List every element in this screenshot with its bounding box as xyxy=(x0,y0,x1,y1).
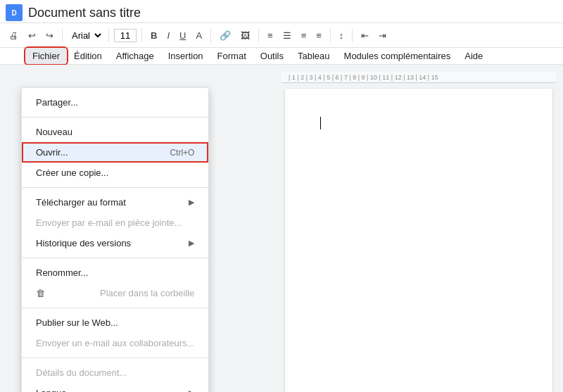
font-family-select[interactable]: Arial xyxy=(68,28,103,43)
dd-sep-4 xyxy=(22,308,208,308)
line-spacing-btn[interactable]: ↕ xyxy=(336,28,348,43)
toolbar-sep-5 xyxy=(258,28,259,42)
dd-sep-5 xyxy=(22,358,208,358)
font-color-btn[interactable]: A xyxy=(192,28,205,43)
print-toolbar-btn[interactable]: 🖨 xyxy=(6,28,22,43)
dd-historique-label: Historique des versions xyxy=(36,238,131,248)
menu-bar-row: Fichier Édition Affichage Insertion Form… xyxy=(0,48,563,65)
dd-langue-arrow: ▶ xyxy=(189,388,194,392)
doc-title[interactable]: Document sans titre xyxy=(28,6,141,20)
dd-ouvrir-shortcut: Ctrl+O xyxy=(170,148,194,158)
align-center-btn[interactable]: ☰ xyxy=(279,28,295,43)
toolbar-sep-1 xyxy=(62,28,63,42)
dd-telecharger-label: Télécharger au format xyxy=(36,197,126,208)
menu-modules[interactable]: Modules complémentaires xyxy=(337,48,458,64)
dd-ouvrir-label: Ouvrir... xyxy=(36,147,68,158)
italic-btn[interactable]: I xyxy=(163,28,173,43)
align-right-btn[interactable]: ≡ xyxy=(298,28,310,43)
toolbar-sep-6 xyxy=(330,28,331,42)
menu-aide[interactable]: Aide xyxy=(457,48,490,64)
dd-nouveau[interactable]: Nouveau xyxy=(22,122,208,142)
dd-langue-label: Langue xyxy=(36,388,66,392)
toolbar: 🖨 ↩ ↪ Arial B I U A 🔗 🖼 ≡ ☰ ≡ ≡ ↕ ⇤ ⇥ xyxy=(0,23,563,48)
menu-affichage[interactable]: Affichage xyxy=(109,48,161,64)
menu-fichier[interactable]: Fichier xyxy=(25,48,67,64)
dd-sep-2 xyxy=(22,187,208,188)
underline-btn[interactable]: U xyxy=(176,28,189,43)
fichier-dropdown: Partager... Nouveau Ouvrir... Ctrl+O Cré… xyxy=(21,87,209,392)
dd-historique[interactable]: Historique des versions ▶ xyxy=(22,233,208,253)
align-justify-btn[interactable]: ≡ xyxy=(312,28,325,43)
doc-icon: D xyxy=(6,4,23,21)
top-area: D Document sans titre xyxy=(0,0,563,23)
dd-corbeille: 🗑 Placer dans la corbeille xyxy=(22,283,208,303)
dd-details: Détails du document... xyxy=(22,362,208,383)
align-left-btn[interactable]: ≡ xyxy=(264,28,277,43)
indent-less-btn[interactable]: ⇤ xyxy=(358,28,372,43)
doc-page[interactable] xyxy=(285,89,552,392)
menu-outils[interactable]: Outils xyxy=(253,48,291,64)
dd-langue[interactable]: Langue ▶ xyxy=(22,383,208,392)
font-size-input[interactable] xyxy=(114,29,137,42)
trash-icon: 🗑 xyxy=(36,288,50,298)
redo-btn[interactable]: ↪ xyxy=(42,28,57,43)
dd-partager[interactable]: Partager... xyxy=(22,92,208,113)
dd-corbeille-label: Placer dans la corbeille xyxy=(100,288,194,298)
dd-publier[interactable]: Publier sur le Web... xyxy=(22,312,208,333)
dd-telecharger-arrow: ▶ xyxy=(189,198,194,207)
indent-more-btn[interactable]: ⇥ xyxy=(375,28,390,43)
undo-btn[interactable]: ↩ xyxy=(25,28,39,43)
dd-ouvrir[interactable]: Ouvrir... Ctrl+O xyxy=(22,142,208,163)
dd-email: Envoyer par e-mail en pièce jointe... xyxy=(22,213,208,233)
menu-tableau[interactable]: Tableau xyxy=(291,48,337,64)
ruler: | 1 | 2 | 3 | 4 | 5 | 6 | 7 | 8 | 9 | 10… xyxy=(282,72,556,83)
toolbar-sep-7 xyxy=(352,28,353,42)
dd-telecharger[interactable]: Télécharger au format ▶ xyxy=(22,192,208,213)
bold-btn[interactable]: B xyxy=(147,28,160,43)
title-area: Document sans titre xyxy=(28,6,141,20)
dd-sep-1 xyxy=(22,117,208,118)
image-btn[interactable]: 🖼 xyxy=(237,28,253,43)
dd-renommer[interactable]: Renommer... xyxy=(22,263,208,283)
toolbar-sep-3 xyxy=(141,28,142,42)
doc-right: | 1 | 2 | 3 | 4 | 5 | 6 | 7 | 8 | 9 | 10… xyxy=(274,65,563,392)
dd-copie[interactable]: Créer une copie... xyxy=(22,163,208,183)
menu-format[interactable]: Format xyxy=(210,48,253,64)
menu-edition[interactable]: Édition xyxy=(67,48,109,64)
toolbar-sep-4 xyxy=(210,28,211,42)
dd-collaborateurs: Envoyer un e-mail aux collaborateurs... xyxy=(22,333,208,353)
toolbar-sep-2 xyxy=(108,28,109,42)
link-btn[interactable]: 🔗 xyxy=(216,28,234,43)
app-container: Fichier Édition Affichage Insertion Form… xyxy=(0,48,563,392)
text-cursor xyxy=(320,117,321,129)
dd-sep-3 xyxy=(22,258,208,258)
dd-historique-arrow: ▶ xyxy=(189,239,194,248)
menu-insertion[interactable]: Insertion xyxy=(161,48,210,64)
title-row: D Document sans titre xyxy=(0,0,563,23)
